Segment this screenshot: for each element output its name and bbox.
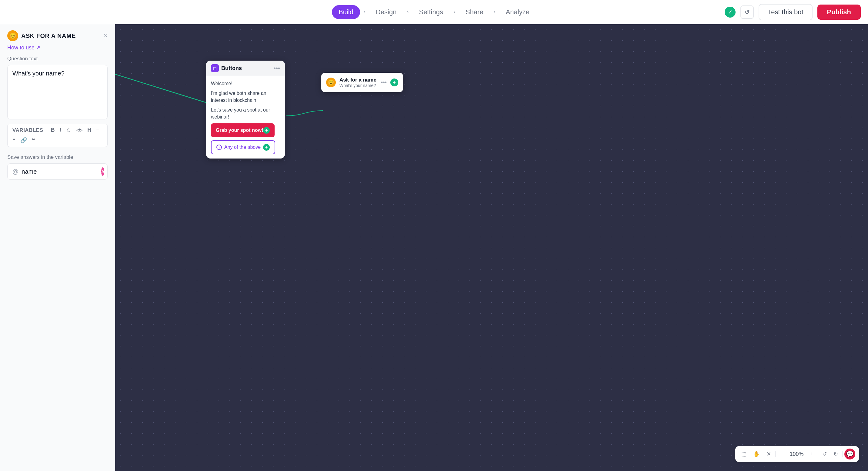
chevron-icon-4: › xyxy=(494,9,496,15)
redo-button[interactable]: ↻ xyxy=(831,449,840,459)
ask-card-avatar: 😊 xyxy=(326,77,336,87)
zoom-divider-2 xyxy=(818,451,818,457)
unordered-list-button[interactable]: ≡ xyxy=(95,126,101,134)
publish-button[interactable]: Publish xyxy=(817,4,861,20)
chevron-icon-2: › xyxy=(407,9,408,15)
nav-actions: ✓ ↺ Test this bot Publish xyxy=(725,4,861,20)
ask-for-name-card: 😊 Ask for a name What's your name? ••• + xyxy=(321,73,403,92)
code-button[interactable]: </> xyxy=(75,127,84,133)
buttons-card-menu-button[interactable]: ••• xyxy=(274,65,280,72)
card-header-left: ◻ Buttons xyxy=(211,64,242,72)
nav-tabs: Build › Design › Settings › Share › Anal… xyxy=(332,5,536,19)
link-button[interactable]: 🔗 xyxy=(19,136,28,144)
formatting-toolbar: VARIABLES B I ☺ </> H ≡ ⁼ 🔗 ❝ xyxy=(7,124,107,147)
primary-btn-container: Grab your spot now! + xyxy=(211,123,280,137)
history-button[interactable]: ↺ xyxy=(740,5,754,19)
undo-button[interactable]: ↺ xyxy=(820,449,829,459)
question-textarea[interactable]: What's your name? xyxy=(7,65,107,119)
question-text-label: Question text xyxy=(7,56,107,62)
sidebar-title-row: 😊 ASK FOR A NAME xyxy=(7,30,76,41)
hand-tool-button[interactable]: ✋ xyxy=(751,449,762,459)
sidebar-title: ASK FOR A NAME xyxy=(21,32,76,39)
buttons-card-title: Buttons xyxy=(221,65,242,71)
buttons-card-body: Welcome! I'm glad we both share an inter… xyxy=(206,76,285,158)
chevron-icon-1: › xyxy=(364,9,366,15)
tab-share[interactable]: Share xyxy=(459,5,490,19)
grab-spot-button[interactable]: Grab your spot now! + xyxy=(211,123,275,137)
zoom-divider-1 xyxy=(775,451,776,457)
buttons-card: ◻ Buttons ••• Welcome! I'm glad we both … xyxy=(206,61,285,158)
tab-settings[interactable]: Settings xyxy=(412,5,450,19)
tab-build[interactable]: Build xyxy=(332,5,360,19)
variable-label: Save answers in the variable xyxy=(7,154,107,160)
status-check-icon: ✓ xyxy=(725,7,736,18)
zoom-in-button[interactable]: + xyxy=(808,450,816,459)
zoom-out-button[interactable]: − xyxy=(777,450,785,459)
test-bot-button[interactable]: Test this bot xyxy=(758,4,812,20)
sidebar-header: 😊 ASK FOR A NAME × xyxy=(0,24,115,44)
flow-canvas[interactable]: ◻ Buttons ••• Welcome! I'm glad we both … xyxy=(115,24,868,471)
sidebar-panel: 😊 ASK FOR A NAME × How to use ↗ Question… xyxy=(0,0,115,471)
ask-card-title: Ask for a name xyxy=(339,77,377,83)
ordered-list-button[interactable]: ⁼ xyxy=(11,136,17,144)
ask-card-content: Ask for a name What's your name? xyxy=(339,77,377,88)
message-3: Let's save you a spot at our webinar! xyxy=(211,107,280,120)
variable-section: Save answers in the variable @ A xyxy=(0,147,115,180)
ask-card-subtitle: What's your name? xyxy=(339,83,377,88)
emoji-button[interactable]: ☺ xyxy=(65,126,73,134)
zoom-controls: ⬚ ✋ ✕ − 100% + ↺ ↻ 💬 xyxy=(735,446,859,462)
close-button[interactable]: × xyxy=(104,32,107,40)
buttons-card-icon: ◻ xyxy=(211,64,219,72)
italic-button[interactable]: I xyxy=(58,126,62,134)
variable-input-row: @ A xyxy=(7,163,107,180)
crosshair-tool-button[interactable]: ✕ xyxy=(764,449,773,459)
ask-card-plus-button[interactable]: + xyxy=(390,78,398,86)
any-above-plus-icon[interactable]: + xyxy=(263,144,270,151)
external-link-icon: ↗ xyxy=(36,44,40,51)
ask-card-menu-button[interactable]: ••• xyxy=(381,80,387,86)
secondary-btn-container: i Any of the above + xyxy=(211,140,280,154)
variable-owner-avatar: A xyxy=(101,167,104,176)
sidebar-avatar-icon: 😊 xyxy=(7,30,18,41)
message-2: I'm glad we both share an interest in bl… xyxy=(211,90,280,104)
tab-analyze[interactable]: Analyze xyxy=(499,5,536,19)
tab-design[interactable]: Design xyxy=(369,5,403,19)
bold-button[interactable]: B xyxy=(50,126,56,134)
how-to-use-link[interactable]: How to use ↗ xyxy=(0,44,115,56)
topnav: Build › Design › Settings › Share › Anal… xyxy=(0,0,868,24)
message-1: Welcome! xyxy=(211,80,280,87)
at-icon: @ xyxy=(12,168,19,175)
buttons-card-header: ◻ Buttons ••• xyxy=(206,61,285,76)
cursor-tool-button[interactable]: ⬚ xyxy=(739,449,749,459)
grab-spot-plus-icon[interactable]: + xyxy=(263,127,270,134)
chevron-icon-3: › xyxy=(454,9,455,15)
svg-line-0 xyxy=(115,74,208,103)
chat-support-button[interactable]: 💬 xyxy=(844,448,855,460)
quote-button[interactable]: ❝ xyxy=(31,136,36,144)
any-above-button[interactable]: i Any of the above + xyxy=(211,140,275,154)
question-text-section: Question text What's your name? VARIABLE… xyxy=(0,56,115,147)
heading-button[interactable]: H xyxy=(86,126,92,134)
info-icon: i xyxy=(216,145,222,150)
zoom-level-display: 100% xyxy=(787,451,806,458)
variable-name-input[interactable] xyxy=(22,168,98,175)
variables-button[interactable]: VARIABLES xyxy=(11,127,44,134)
